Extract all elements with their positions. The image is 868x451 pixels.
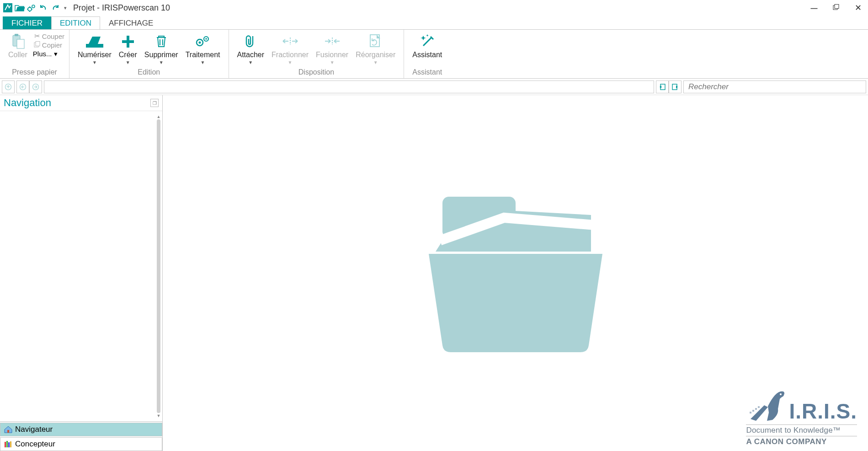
reorganize-button[interactable]: Réorganiser ▼	[352, 32, 399, 66]
svg-rect-37	[755, 408, 757, 410]
svg-rect-32	[10, 441, 11, 447]
tab-designer[interactable]: Concepteur	[0, 437, 162, 451]
attach-button[interactable]: Attacher ▼	[234, 32, 268, 66]
attach-label: Attacher	[237, 51, 265, 59]
svg-rect-36	[752, 410, 754, 412]
merge-label: Fusionner	[316, 51, 348, 59]
back-button[interactable]	[16, 81, 29, 93]
plus-label: Plus... ▾	[33, 50, 58, 58]
chevron-down-icon: ▼	[330, 60, 335, 65]
reorganize-icon	[367, 32, 384, 50]
scroll-down-icon[interactable]: ▼	[156, 413, 161, 419]
paste-label: Coller	[8, 51, 27, 59]
main-area: Navigation ❐ ▲ ▼ Navigateur Concepteur	[0, 95, 868, 451]
title-bar: ▾ Projet - IRISPowerscan 10 — ✕	[0, 0, 868, 16]
split-icon	[280, 32, 300, 50]
settings-icon[interactable]	[27, 3, 37, 13]
svg-rect-30	[6, 441, 8, 447]
delete-button[interactable]: Supprimer ▼	[141, 32, 182, 66]
merge-button[interactable]: Fusionner ▼	[312, 32, 352, 66]
gears-icon	[194, 32, 212, 50]
close-button[interactable]: ✕	[852, 3, 864, 13]
prev-page-button[interactable]	[656, 81, 669, 93]
group-assistant: Assistant Assistant	[404, 30, 450, 78]
nav-tree[interactable]: ▲ ▼	[0, 111, 162, 422]
chevron-down-icon: ▼	[201, 60, 205, 65]
panel-float-button[interactable]: ❐	[150, 99, 159, 107]
chevron-down-icon: ▼	[373, 60, 378, 65]
sidebar: Navigation ❐ ▲ ▼ Navigateur Concepteur	[0, 95, 163, 451]
svg-rect-11	[17, 39, 24, 48]
assistant-button[interactable]: Assistant	[409, 32, 446, 60]
tab-designer-label: Concepteur	[15, 440, 55, 449]
forward-button[interactable]	[29, 81, 42, 93]
copy-label: Copier	[42, 41, 62, 49]
redo-icon[interactable]	[50, 3, 60, 13]
create-button[interactable]: Créer ▼	[115, 32, 141, 66]
navigation-bar	[0, 79, 868, 95]
scrollbar[interactable]: ▲ ▼	[156, 114, 161, 419]
tab-file[interactable]: FICHIER	[3, 16, 51, 29]
copy-icon	[33, 41, 42, 49]
tab-navigator[interactable]: Navigateur	[0, 423, 162, 436]
empty-folder-icon	[410, 188, 621, 359]
tab-edition[interactable]: EDITION	[51, 16, 100, 29]
maximize-button[interactable]	[830, 4, 842, 12]
quick-access-toolbar: ▾	[3, 3, 69, 13]
address-input[interactable]	[44, 81, 654, 93]
qat-dropdown-icon[interactable]: ▾	[62, 3, 69, 13]
iris-text: I.R.I.S.	[789, 399, 857, 424]
ribbon-tabs: FICHIER EDITION AFFICHAGE	[0, 16, 868, 29]
scan-label: Numériser	[78, 51, 112, 59]
undo-icon[interactable]	[38, 3, 48, 13]
svg-rect-10	[15, 34, 18, 36]
pencils-icon	[3, 440, 13, 449]
assistant-label: Assistant	[412, 51, 442, 59]
group-layout-label: Disposition	[234, 68, 399, 78]
plus-button[interactable]: Plus... ▾	[33, 49, 64, 59]
paste-button[interactable]: Coller	[5, 32, 31, 60]
svg-point-34	[780, 393, 782, 395]
svg-point-17	[198, 42, 201, 44]
paste-icon	[10, 32, 26, 50]
reorganize-label: Réorganiser	[356, 51, 395, 59]
group-clipboard: Coller ✂ Couper Copier Plus... ▾ Presse …	[0, 30, 69, 78]
group-edition-label: Edition	[74, 68, 224, 78]
process-button[interactable]: Traitement ▼	[182, 32, 224, 66]
split-label: Fractionner	[272, 51, 309, 59]
copy-button[interactable]: Copier	[33, 41, 64, 49]
create-label: Créer	[119, 51, 137, 59]
delete-label: Supprimer	[144, 51, 178, 59]
svg-rect-28	[7, 430, 9, 433]
sidebar-tabs: Navigateur Concepteur	[0, 422, 162, 451]
cut-button[interactable]: ✂ Couper	[33, 32, 64, 41]
group-clipboard-label: Presse papier	[5, 68, 64, 78]
group-assistant-label: Assistant	[409, 68, 446, 78]
svg-rect-13	[36, 42, 40, 46]
split-button[interactable]: Fractionner ▼	[268, 32, 312, 66]
scan-button[interactable]: Numériser ▼	[74, 32, 115, 66]
brand-tagline: Document to Knowledge™	[746, 424, 857, 436]
ribbon: Coller ✂ Couper Copier Plus... ▾ Presse …	[0, 29, 868, 79]
chevron-down-icon: ▼	[159, 60, 164, 65]
svg-rect-29	[5, 442, 6, 447]
search-input[interactable]	[683, 81, 866, 93]
minimize-button[interactable]: —	[808, 4, 820, 12]
scroll-track[interactable]	[157, 119, 160, 413]
next-page-button[interactable]	[669, 81, 682, 93]
tab-affichage[interactable]: AFFICHAGE	[100, 16, 162, 29]
open-icon[interactable]	[15, 3, 25, 13]
up-button[interactable]	[2, 81, 15, 93]
plus-icon	[120, 32, 136, 50]
svg-rect-38	[758, 406, 760, 408]
group-layout: Attacher ▼ Fractionner ▼ Fusionner ▼	[229, 30, 405, 78]
app-icon	[3, 3, 13, 13]
home-icon	[3, 425, 13, 434]
nav-panel-title: Navigation	[4, 97, 51, 109]
svg-rect-8	[835, 4, 839, 8]
nav-panel-header: Navigation ❐	[0, 95, 162, 111]
chevron-down-icon: ▼	[126, 60, 130, 65]
scroll-up-icon[interactable]: ▲	[156, 114, 161, 119]
process-label: Traitement	[186, 51, 220, 59]
iris-bird-icon	[746, 387, 787, 424]
